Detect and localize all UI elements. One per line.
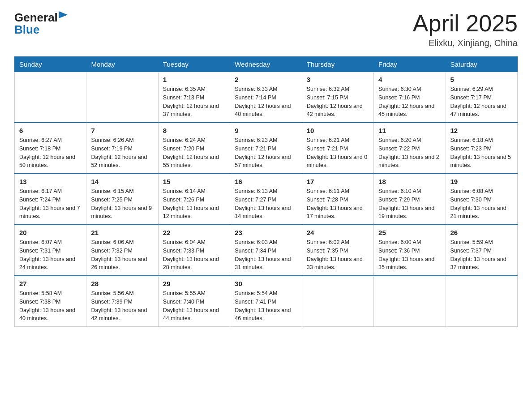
day-cell: 23Sunrise: 6:03 AMSunset: 7:34 PMDayligh… xyxy=(230,225,302,276)
weekday-header-row: Sunday Monday Tuesday Wednesday Thursday… xyxy=(15,57,518,72)
header-sunday: Sunday xyxy=(15,57,86,72)
day-info: Sunrise: 6:33 AMSunset: 7:14 PMDaylight:… xyxy=(235,85,297,119)
day-cell: 15Sunrise: 6:14 AMSunset: 7:26 PMDayligh… xyxy=(158,174,230,225)
day-number: 2 xyxy=(235,76,297,83)
day-info: Sunrise: 6:03 AMSunset: 7:34 PMDaylight:… xyxy=(235,238,297,272)
day-info: Sunrise: 6:06 AMSunset: 7:32 PMDaylight:… xyxy=(91,238,153,272)
day-cell: 13Sunrise: 6:17 AMSunset: 7:24 PMDayligh… xyxy=(15,174,86,225)
day-info: Sunrise: 6:35 AMSunset: 7:13 PMDaylight:… xyxy=(163,85,225,119)
day-cell: 20Sunrise: 6:07 AMSunset: 7:31 PMDayligh… xyxy=(15,225,86,276)
day-number: 14 xyxy=(91,178,153,185)
day-cell: 8Sunrise: 6:24 AMSunset: 7:20 PMDaylight… xyxy=(158,123,230,174)
day-cell: 21Sunrise: 6:06 AMSunset: 7:32 PMDayligh… xyxy=(86,225,158,276)
day-number: 11 xyxy=(378,127,441,134)
day-cell: 1Sunrise: 6:35 AMSunset: 7:13 PMDaylight… xyxy=(158,72,230,123)
day-info: Sunrise: 6:08 AMSunset: 7:30 PMDaylight:… xyxy=(450,187,513,221)
day-number: 19 xyxy=(450,178,513,185)
week-row-1: 1Sunrise: 6:35 AMSunset: 7:13 PMDaylight… xyxy=(15,72,518,123)
logo-blue-text: Blue xyxy=(14,23,39,37)
day-number: 16 xyxy=(235,178,297,185)
day-number: 8 xyxy=(163,127,225,134)
day-number: 5 xyxy=(450,76,513,83)
day-number: 25 xyxy=(378,229,441,236)
day-number: 3 xyxy=(307,76,369,83)
logo-flag-icon xyxy=(59,11,68,23)
day-info: Sunrise: 6:04 AMSunset: 7:33 PMDaylight:… xyxy=(163,238,225,272)
day-info: Sunrise: 6:30 AMSunset: 7:16 PMDaylight:… xyxy=(378,85,441,119)
day-number: 4 xyxy=(378,76,441,83)
day-cell: 14Sunrise: 6:15 AMSunset: 7:25 PMDayligh… xyxy=(86,174,158,225)
day-number: 23 xyxy=(235,229,297,236)
month-title: April 2025 xyxy=(413,11,518,36)
header-friday: Friday xyxy=(374,57,446,72)
day-info: Sunrise: 6:13 AMSunset: 7:27 PMDaylight:… xyxy=(235,187,297,221)
day-info: Sunrise: 6:17 AMSunset: 7:24 PMDaylight:… xyxy=(19,187,82,221)
day-cell: 5Sunrise: 6:29 AMSunset: 7:17 PMDaylight… xyxy=(446,72,517,123)
day-number: 27 xyxy=(19,280,82,287)
day-number: 20 xyxy=(19,229,82,236)
location-title: Elixku, Xinjiang, China xyxy=(413,38,518,48)
day-cell: 29Sunrise: 5:55 AMSunset: 7:40 PMDayligh… xyxy=(158,276,230,327)
day-info: Sunrise: 6:24 AMSunset: 7:20 PMDaylight:… xyxy=(163,136,225,170)
header-wednesday: Wednesday xyxy=(230,57,302,72)
day-info: Sunrise: 5:54 AMSunset: 7:41 PMDaylight:… xyxy=(235,289,297,323)
day-cell: 10Sunrise: 6:21 AMSunset: 7:21 PMDayligh… xyxy=(302,123,373,174)
day-cell: 27Sunrise: 5:58 AMSunset: 7:38 PMDayligh… xyxy=(15,276,86,327)
day-cell: 30Sunrise: 5:54 AMSunset: 7:41 PMDayligh… xyxy=(230,276,302,327)
title-section: April 2025 Elixku, Xinjiang, China xyxy=(413,11,518,48)
day-number: 15 xyxy=(163,178,225,185)
header-monday: Monday xyxy=(86,57,158,72)
day-cell: 16Sunrise: 6:13 AMSunset: 7:27 PMDayligh… xyxy=(230,174,302,225)
day-cell: 12Sunrise: 6:18 AMSunset: 7:23 PMDayligh… xyxy=(446,123,517,174)
day-cell: 22Sunrise: 6:04 AMSunset: 7:33 PMDayligh… xyxy=(158,225,230,276)
day-cell xyxy=(302,276,373,327)
day-info: Sunrise: 6:26 AMSunset: 7:19 PMDaylight:… xyxy=(91,136,153,170)
day-number: 6 xyxy=(19,127,82,134)
day-number: 22 xyxy=(163,229,225,236)
day-info: Sunrise: 6:07 AMSunset: 7:31 PMDaylight:… xyxy=(19,238,82,272)
day-cell: 6Sunrise: 6:27 AMSunset: 7:18 PMDaylight… xyxy=(15,123,86,174)
day-cell xyxy=(15,72,86,123)
day-info: Sunrise: 6:20 AMSunset: 7:22 PMDaylight:… xyxy=(378,136,441,170)
day-number: 9 xyxy=(235,127,297,134)
day-cell: 24Sunrise: 6:02 AMSunset: 7:35 PMDayligh… xyxy=(302,225,373,276)
header-tuesday: Tuesday xyxy=(158,57,230,72)
day-info: Sunrise: 6:00 AMSunset: 7:36 PMDaylight:… xyxy=(378,238,441,272)
header-thursday: Thursday xyxy=(302,57,373,72)
day-cell: 4Sunrise: 6:30 AMSunset: 7:16 PMDaylight… xyxy=(374,72,446,123)
day-info: Sunrise: 6:14 AMSunset: 7:26 PMDaylight:… xyxy=(163,187,225,221)
day-number: 29 xyxy=(163,280,225,287)
day-cell: 11Sunrise: 6:20 AMSunset: 7:22 PMDayligh… xyxy=(374,123,446,174)
day-cell xyxy=(374,276,446,327)
day-cell xyxy=(86,72,158,123)
day-number: 13 xyxy=(19,178,82,185)
day-info: Sunrise: 6:27 AMSunset: 7:18 PMDaylight:… xyxy=(19,136,82,170)
week-row-4: 20Sunrise: 6:07 AMSunset: 7:31 PMDayligh… xyxy=(15,225,518,276)
day-number: 7 xyxy=(91,127,153,134)
header-saturday: Saturday xyxy=(446,57,517,72)
page-header: General Blue April 2025 Elixku, Xinjiang… xyxy=(14,11,518,48)
day-number: 28 xyxy=(91,280,153,287)
day-cell: 28Sunrise: 5:56 AMSunset: 7:39 PMDayligh… xyxy=(86,276,158,327)
day-info: Sunrise: 5:55 AMSunset: 7:40 PMDaylight:… xyxy=(163,289,225,323)
day-cell xyxy=(446,276,517,327)
day-number: 10 xyxy=(307,127,369,134)
day-cell: 25Sunrise: 6:00 AMSunset: 7:36 PMDayligh… xyxy=(374,225,446,276)
day-number: 12 xyxy=(450,127,513,134)
day-cell: 17Sunrise: 6:11 AMSunset: 7:28 PMDayligh… xyxy=(302,174,373,225)
day-number: 17 xyxy=(307,178,369,185)
day-info: Sunrise: 6:02 AMSunset: 7:35 PMDaylight:… xyxy=(307,238,369,272)
day-number: 18 xyxy=(378,178,441,185)
day-cell: 26Sunrise: 5:59 AMSunset: 7:37 PMDayligh… xyxy=(446,225,517,276)
week-row-5: 27Sunrise: 5:58 AMSunset: 7:38 PMDayligh… xyxy=(15,276,518,327)
week-row-2: 6Sunrise: 6:27 AMSunset: 7:18 PMDaylight… xyxy=(15,123,518,174)
day-info: Sunrise: 6:21 AMSunset: 7:21 PMDaylight:… xyxy=(307,136,369,170)
day-info: Sunrise: 6:23 AMSunset: 7:21 PMDaylight:… xyxy=(235,136,297,170)
day-info: Sunrise: 6:10 AMSunset: 7:29 PMDaylight:… xyxy=(378,187,441,221)
day-info: Sunrise: 5:59 AMSunset: 7:37 PMDaylight:… xyxy=(450,238,513,272)
day-cell: 2Sunrise: 6:33 AMSunset: 7:14 PMDaylight… xyxy=(230,72,302,123)
day-cell: 3Sunrise: 6:32 AMSunset: 7:15 PMDaylight… xyxy=(302,72,373,123)
day-number: 26 xyxy=(450,229,513,236)
calendar-table: Sunday Monday Tuesday Wednesday Thursday… xyxy=(14,56,518,327)
day-info: Sunrise: 6:29 AMSunset: 7:17 PMDaylight:… xyxy=(450,85,513,119)
